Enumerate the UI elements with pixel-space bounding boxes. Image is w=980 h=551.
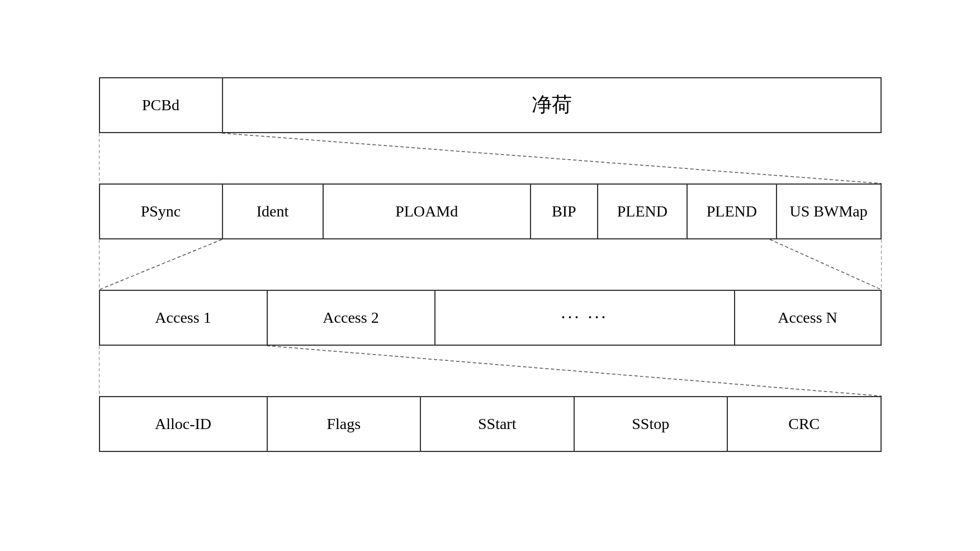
svg-line-5 xyxy=(770,239,882,290)
cell-ploamd: PLOAMd xyxy=(324,185,531,238)
cell-sstop: SStop xyxy=(575,397,728,451)
row-allocid: Alloc-ID Flags SStart SStop CRC xyxy=(99,396,882,452)
cell-bip: BIP xyxy=(531,185,598,238)
svg-line-4 xyxy=(99,239,222,290)
accessn-label: Access N xyxy=(778,309,837,327)
svg-line-7 xyxy=(267,346,882,396)
crc-label: CRC xyxy=(788,415,820,433)
flags-label: Flags xyxy=(326,415,361,433)
connector-1 xyxy=(99,133,882,183)
cell-plend2: PLEND xyxy=(688,185,777,238)
cell-access2: Access 2 xyxy=(268,291,435,345)
pcbd-label: PCBd xyxy=(142,96,179,114)
cell-plend1: PLEND xyxy=(598,185,688,238)
cell-payload: 净荷 xyxy=(223,78,880,132)
connector-svg-1 xyxy=(99,133,882,183)
svg-line-1 xyxy=(222,133,882,183)
connector-3 xyxy=(99,346,882,396)
connector-2 xyxy=(99,239,882,290)
usbwmap-label: US BWMap xyxy=(790,202,868,220)
plend2-label: PLEND xyxy=(707,202,757,220)
sstop-label: SStop xyxy=(632,415,669,433)
cell-allocid: Alloc-ID xyxy=(100,397,268,451)
cell-access1: Access 1 xyxy=(100,291,268,345)
cell-dots: ··· ··· xyxy=(435,291,735,345)
connector-svg-3 xyxy=(99,346,882,396)
cell-sstart: SStart xyxy=(421,397,575,451)
bip-label: BIP xyxy=(552,202,576,220)
access2-label: Access 2 xyxy=(323,309,378,327)
row-pcbd: PCBd 净荷 xyxy=(99,77,882,133)
plend1-label: PLEND xyxy=(617,202,667,220)
dots-label: ··· ··· xyxy=(561,307,608,328)
cell-crc: CRC xyxy=(728,397,880,451)
payload-label: 净荷 xyxy=(532,91,572,119)
row-access: Access 1 Access 2 ··· ··· Access N xyxy=(99,290,882,346)
ident-label: Ident xyxy=(257,202,289,220)
row-psync: PSync Ident PLOAMd BIP PLEND PLEND US BW… xyxy=(99,183,882,239)
ploamd-label: PLOAMd xyxy=(395,202,458,220)
cell-pcbd: PCBd xyxy=(100,78,223,132)
cell-usbwmap: US BWMap xyxy=(777,185,880,238)
cell-accessn: Access N xyxy=(735,291,880,345)
cell-ident: Ident xyxy=(223,185,324,238)
connector-svg-2 xyxy=(99,239,882,290)
allocid-label: Alloc-ID xyxy=(155,415,211,433)
cell-flags: Flags xyxy=(268,397,422,451)
sstart-label: SStart xyxy=(478,415,516,433)
access1-label: Access 1 xyxy=(155,309,211,327)
psync-label: PSync xyxy=(141,202,181,220)
protocol-diagram: PCBd 净荷 PSync Ident PLOAMd BIP PLEND xyxy=(99,77,882,452)
cell-psync: PSync xyxy=(100,185,223,238)
